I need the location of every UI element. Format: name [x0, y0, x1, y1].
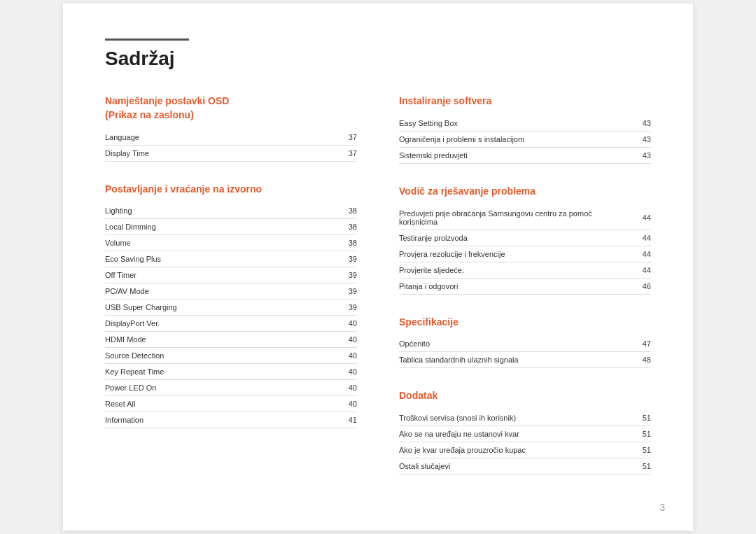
toc-item-label: Volume [105, 235, 336, 251]
section-software-heading: Instaliranje softvera [399, 94, 651, 108]
section-troubleshoot: Vodič za rješavanje problemaPreduvjeti p… [399, 185, 651, 295]
toc-item-label: Testiranje proizvoda [399, 230, 630, 246]
table-row: Power LED On40 [105, 380, 357, 396]
toc-item-label: Ako se na uređaju ne ustanovi kvar [399, 426, 630, 442]
table-row: Sistemski preduvjeti43 [399, 147, 651, 163]
table-row: Ako se na uređaju ne ustanovi kvar51 [399, 426, 651, 442]
table-row: Troškovi servisa (snosi ih korisnik)51 [399, 410, 651, 426]
table-row: Provjerite sljedeće.44 [399, 262, 651, 278]
table-row: Provjera rezolucije i frekvencije44 [399, 246, 651, 262]
table-row: Source Detection40 [105, 348, 357, 364]
toc-item-label: Key Repeat Time [105, 364, 336, 380]
content-grid: Namještanje postavki OSD(Prikaz na zaslo… [105, 94, 651, 495]
toc-item-label: Language [105, 129, 336, 146]
section-software-table: Easy Setting Box43Ograničenja i problemi… [399, 115, 651, 164]
toc-item-page: 37 [336, 145, 357, 161]
toc-item-page: 41 [336, 412, 357, 428]
left-column: Namještanje postavki OSD(Prikaz na zaslo… [105, 94, 357, 495]
section-dodatak-heading: Dodatak [399, 389, 651, 403]
toc-item-page: 37 [336, 129, 357, 146]
toc-item-page: 51 [630, 442, 651, 458]
toc-item-label: PC/AV Mode [105, 283, 336, 300]
toc-item-page: 44 [630, 230, 651, 246]
section-software: Instaliranje softveraEasy Setting Box43O… [399, 94, 651, 164]
table-row: Lighting38 [105, 203, 357, 219]
toc-item-page: 51 [630, 410, 651, 426]
toc-item-label: Općenito [399, 336, 630, 352]
table-row: Tablica standardnih ulaznih signala48 [399, 352, 651, 368]
section-osd-table: Language37Display Time37 [105, 129, 357, 162]
toc-item-page: 48 [630, 352, 651, 368]
toc-item-page: 46 [630, 278, 651, 294]
section-specs-table: Općenito47Tablica standardnih ulaznih si… [399, 336, 651, 368]
toc-item-page: 38 [336, 219, 357, 235]
section-reset: Postavljanje i vraćanje na izvornoLighti… [105, 183, 357, 429]
table-row: Preduvjeti prije obraćanja Samsungovu ce… [399, 206, 651, 230]
toc-item-page: 40 [336, 364, 357, 380]
table-row: Pitanja i odgovori46 [399, 278, 651, 294]
toc-item-page: 38 [336, 203, 357, 219]
toc-item-page: 39 [336, 283, 357, 300]
table-row: Ostali slučajevi51 [399, 458, 651, 474]
toc-item-label: Easy Setting Box [399, 115, 630, 132]
toc-item-page: 44 [630, 206, 651, 230]
toc-item-label: Reset All [105, 396, 336, 412]
toc-item-label: Troškovi servisa (snosi ih korisnik) [399, 410, 630, 426]
section-reset-table: Lighting38Local Dimming38Volume38Eco Sav… [105, 203, 357, 428]
toc-item-page: 39 [336, 300, 357, 316]
toc-item-label: Information [105, 412, 336, 428]
section-dodatak-table: Troškovi servisa (snosi ih korisnik)51Ak… [399, 410, 651, 475]
toc-item-page: 40 [336, 316, 357, 332]
section-osd-heading: Namještanje postavki OSD(Prikaz na zaslo… [105, 94, 357, 122]
toc-item-label: Ograničenja i problemi s instalacijom [399, 131, 630, 147]
toc-item-label: HDMI Mode [105, 332, 336, 348]
table-row: Reset All40 [105, 396, 357, 412]
toc-item-label: Lighting [105, 203, 336, 219]
table-row: Key Repeat Time40 [105, 364, 357, 380]
toc-item-page: 40 [336, 396, 357, 412]
table-row: Eco Saving Plus39 [105, 251, 357, 267]
toc-item-label: Off Timer [105, 267, 336, 283]
table-row: USB Super Charging39 [105, 300, 357, 316]
toc-item-page: 39 [336, 251, 357, 267]
table-row: Easy Setting Box43 [399, 115, 651, 132]
table-row: DisplayPort Ver.40 [105, 316, 357, 332]
table-row: Ograničenja i problemi s instalacijom43 [399, 131, 651, 147]
table-row: Ako je kvar uređaja prouzročio kupac51 [399, 442, 651, 458]
toc-item-page: 44 [630, 262, 651, 278]
section-troubleshoot-table: Preduvjeti prije obraćanja Samsungovu ce… [399, 206, 651, 295]
toc-item-page: 40 [336, 348, 357, 364]
toc-item-page: 39 [336, 267, 357, 283]
table-row: Language37 [105, 129, 357, 146]
toc-item-label: Power LED On [105, 380, 336, 396]
toc-item-label: Ako je kvar uređaja prouzročio kupac [399, 442, 630, 458]
toc-item-label: DisplayPort Ver. [105, 316, 336, 332]
toc-item-label: Pitanja i odgovori [399, 278, 630, 294]
toc-item-label: Tablica standardnih ulaznih signala [399, 352, 630, 368]
table-row: Display Time37 [105, 145, 357, 161]
toc-item-label: Provjera rezolucije i frekvencije [399, 246, 630, 262]
toc-item-page: 40 [336, 380, 357, 396]
toc-item-label: Sistemski preduvjeti [399, 147, 630, 163]
toc-item-page: 40 [336, 332, 357, 348]
toc-item-page: 43 [630, 131, 651, 147]
section-specs-heading: Specifikacije [399, 316, 651, 330]
toc-item-page: 44 [630, 246, 651, 262]
toc-item-page: 38 [336, 235, 357, 251]
table-row: Off Timer39 [105, 267, 357, 283]
table-row: Volume38 [105, 235, 357, 251]
toc-item-label: Display Time [105, 145, 336, 161]
table-row: PC/AV Mode39 [105, 283, 357, 300]
toc-item-label: Source Detection [105, 348, 336, 364]
table-row: Information41 [105, 412, 357, 428]
toc-item-label: Preduvjeti prije obraćanja Samsungovu ce… [399, 206, 630, 230]
table-row: HDMI Mode40 [105, 332, 357, 348]
page-title: Sadržaj [105, 48, 651, 70]
toc-item-page: 47 [630, 336, 651, 352]
right-column: Instaliranje softveraEasy Setting Box43O… [399, 94, 651, 495]
toc-item-page: 51 [630, 458, 651, 474]
section-specs: SpecifikacijeOpćenito47Tablica standardn… [399, 316, 651, 369]
toc-item-label: Provjerite sljedeće. [399, 262, 630, 278]
section-troubleshoot-heading: Vodič za rješavanje problema [399, 185, 651, 199]
section-dodatak: DodatakTroškovi servisa (snosi ih korisn… [399, 389, 651, 475]
